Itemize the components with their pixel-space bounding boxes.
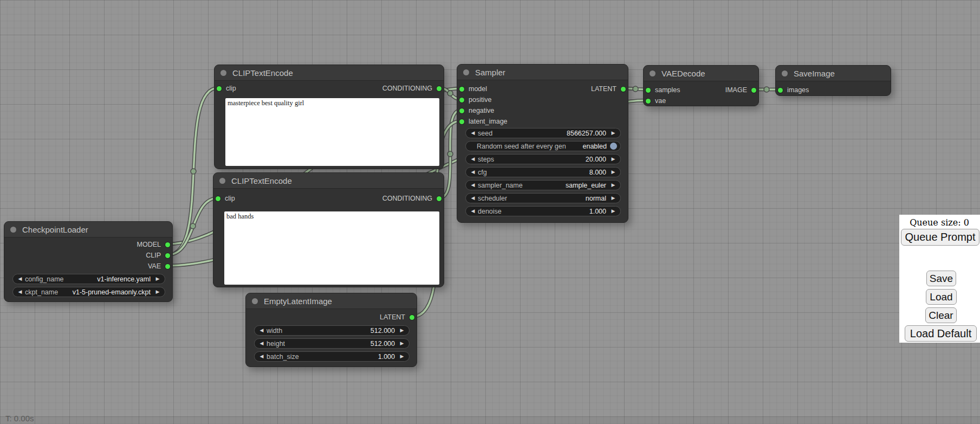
collapse-dot-icon[interactable]	[782, 70, 788, 76]
node-title-bar[interactable]: SaveImage	[776, 66, 891, 81]
port-dot[interactable]	[646, 99, 651, 104]
collapse-dot-icon[interactable]	[252, 298, 258, 304]
widget-random-seed-toggle[interactable]: Random seed after every gen enabled	[465, 141, 621, 151]
node-checkpoint-loader[interactable]: CheckpointLoader MODEL CLIP VAE ◀ config…	[4, 221, 173, 302]
widget-label: config_name	[25, 275, 64, 283]
increment-arrow-icon[interactable]: ▶	[609, 209, 617, 214]
link-midpoint-dot	[764, 87, 769, 92]
decrement-arrow-icon[interactable]: ◀	[258, 328, 265, 333]
increment-arrow-icon[interactable]: ▶	[154, 290, 161, 294]
decrement-arrow-icon[interactable]: ◀	[16, 290, 24, 294]
port-dot[interactable]	[410, 315, 414, 320]
node-vae-decode[interactable]: VAEDecode samples vae IMAGE	[643, 65, 759, 106]
collapse-dot-icon[interactable]	[463, 69, 469, 75]
port-dot[interactable]	[437, 86, 442, 91]
increment-arrow-icon[interactable]: ▶	[609, 157, 617, 162]
node-sampler[interactable]: Sampler model positive negative latent_i…	[457, 64, 628, 223]
widget-ckpt-name[interactable]: ◀ ckpt_name v1-5-pruned-emaonly.ckpt ▶	[12, 287, 165, 297]
decrement-arrow-icon[interactable]: ◀	[16, 277, 24, 281]
node-save-image[interactable]: SaveImage images	[775, 65, 891, 96]
node-title-bar[interactable]: CheckpointLoader	[4, 222, 172, 237]
widget-label: cfg	[478, 169, 487, 176]
port-dot[interactable]	[216, 196, 220, 201]
collapse-dot-icon[interactable]	[219, 178, 225, 184]
port-dot[interactable]	[459, 108, 464, 113]
port-dot[interactable]	[751, 88, 756, 93]
node-clip-text-encode-negative[interactable]: CLIPTextEncode clip CONDITIONING bad han…	[213, 172, 444, 287]
output-port-vae: VAE	[148, 261, 170, 271]
widget-width[interactable]: ◀ width 512.000 ▶	[254, 325, 410, 336]
port-label: negative	[469, 107, 494, 114]
port-dot[interactable]	[437, 196, 442, 201]
port-label: MODEL	[137, 241, 161, 248]
port-label: CONDITIONING	[382, 85, 432, 92]
widget-sampler-name[interactable]: ◀ sampler_name sample_euler ▶	[465, 180, 621, 190]
decrement-arrow-icon[interactable]: ◀	[469, 157, 477, 162]
load-button[interactable]: Load	[926, 289, 957, 305]
port-dot[interactable]	[165, 253, 170, 258]
increment-arrow-icon[interactable]: ▶	[154, 277, 161, 281]
clear-button[interactable]: Clear	[925, 307, 957, 323]
node-title: CLIPTextEncode	[231, 176, 292, 185]
port-label: images	[787, 86, 809, 94]
decrement-arrow-icon[interactable]: ◀	[469, 183, 477, 188]
prompt-text-area[interactable]: bad hands	[224, 211, 439, 285]
node-title-bar[interactable]: Sampler	[457, 65, 628, 80]
toggle-dot[interactable]	[610, 143, 617, 150]
comfy-menu-panel: Queue size: 0 Queue Prompt Save Load Cle…	[899, 215, 980, 343]
port-dot[interactable]	[646, 88, 651, 93]
decrement-arrow-icon[interactable]: ◀	[258, 354, 265, 359]
node-title-bar[interactable]: CLIPTextEncode	[213, 173, 444, 189]
port-dot[interactable]	[165, 264, 170, 269]
increment-arrow-icon[interactable]: ▶	[609, 183, 617, 188]
save-button[interactable]: Save	[926, 271, 956, 286]
input-port-clip: clip	[217, 83, 236, 93]
node-title-bar[interactable]: CLIPTextEncode	[215, 65, 444, 81]
widget-value: 512.000	[371, 327, 395, 335]
widget-scheduler[interactable]: ◀ scheduler normal ▶	[465, 193, 621, 203]
decrement-arrow-icon[interactable]: ◀	[469, 131, 477, 136]
port-dot[interactable]	[778, 88, 783, 93]
decrement-arrow-icon[interactable]: ◀	[469, 170, 477, 175]
widget-cfg[interactable]: ◀ cfg 8.000 ▶	[465, 167, 621, 177]
node-title: VAEDecode	[661, 69, 705, 78]
port-dot[interactable]	[621, 87, 626, 92]
increment-arrow-icon[interactable]: ▶	[398, 354, 406, 359]
port-dot[interactable]	[459, 119, 464, 124]
load-default-button[interactable]: Load Default	[905, 325, 977, 342]
node-title-bar[interactable]: EmptyLatentImage	[246, 293, 417, 309]
port-label: LATENT	[380, 313, 405, 321]
increment-arrow-icon[interactable]: ▶	[609, 131, 617, 136]
prompt-text-area[interactable]: masterpiece best quality girl	[225, 98, 439, 166]
queue-prompt-button[interactable]: Queue Prompt	[901, 229, 979, 246]
port-dot[interactable]	[217, 86, 222, 91]
widget-value: 1.000	[378, 353, 395, 361]
node-title-bar[interactable]: VAEDecode	[644, 66, 758, 81]
increment-arrow-icon[interactable]: ▶	[398, 341, 406, 346]
increment-arrow-icon[interactable]: ▶	[609, 170, 617, 175]
port-dot[interactable]	[165, 242, 170, 247]
collapse-dot-icon[interactable]	[650, 70, 656, 76]
port-dot[interactable]	[459, 87, 464, 92]
widget-steps[interactable]: ◀ steps 20.000 ▶	[465, 154, 621, 164]
node-clip-text-encode-positive[interactable]: CLIPTextEncode clip CONDITIONING masterp…	[214, 65, 444, 169]
widget-height[interactable]: ◀ height 512.000 ▶	[254, 338, 410, 349]
queue-size-label: Queue size: 0	[899, 217, 979, 228]
widget-batch-size[interactable]: ◀ batch_size 1.000 ▶	[254, 351, 410, 362]
widget-config-name[interactable]: ◀ config_name v1-inference.yaml ▶	[12, 274, 165, 284]
increment-arrow-icon[interactable]: ▶	[398, 328, 406, 333]
increment-arrow-icon[interactable]: ▶	[609, 196, 617, 201]
collapse-dot-icon[interactable]	[10, 227, 16, 233]
input-port-model: model	[459, 84, 487, 94]
node-empty-latent-image[interactable]: EmptyLatentImage LATENT ◀ width 512.000 …	[245, 293, 417, 367]
widget-seed[interactable]: ◀ seed 8566257.000 ▶	[465, 128, 621, 138]
widget-denoise[interactable]: ◀ denoise 1.000 ▶	[465, 206, 621, 216]
node-graph-canvas[interactable]: CheckpointLoader MODEL CLIP VAE ◀ config…	[0, 0, 980, 424]
decrement-arrow-icon[interactable]: ◀	[258, 341, 265, 346]
widget-label: seed	[478, 130, 492, 137]
collapse-dot-icon[interactable]	[220, 70, 226, 76]
decrement-arrow-icon[interactable]: ◀	[469, 209, 477, 214]
decrement-arrow-icon[interactable]: ◀	[469, 196, 477, 201]
port-dot[interactable]	[459, 98, 464, 102]
input-port-samples: samples	[646, 85, 680, 95]
